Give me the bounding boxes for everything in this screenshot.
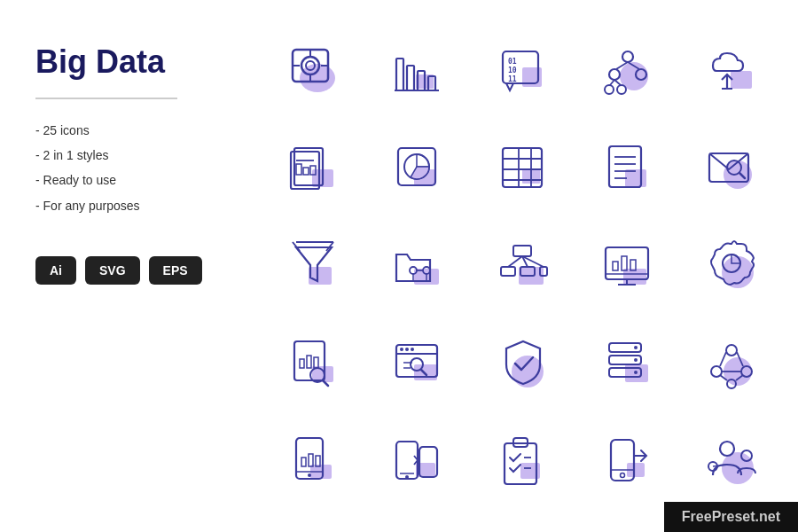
watermark-bar: FreePreset.net [664,502,798,532]
svg-line-119 [720,352,726,366]
svg-point-112 [634,358,638,362]
svg-line-76 [508,256,522,267]
svg-rect-30 [731,71,752,89]
svg-rect-10 [407,66,414,90]
feature-item: - 25 icons [35,121,213,140]
svg-point-113 [634,371,638,374]
svg-point-101 [411,348,414,351]
svg-rect-37 [296,164,301,175]
svg-point-111 [634,346,638,349]
svg-point-25 [617,85,626,94]
page-title: Big Data [35,44,213,80]
svg-marker-16 [506,83,513,90]
watermark-text: FreePreset.net [682,509,780,524]
icon-cell-1 [275,32,355,112]
icons-grid: 01 10 11 [248,0,798,532]
icon-cell-7 [379,129,458,208]
svg-rect-128 [309,454,313,466]
icon-cell-15 [692,226,771,306]
svg-point-136 [405,475,409,479]
svg-point-24 [605,85,614,94]
icon-cell-22 [379,420,458,500]
badge-eps: EPS [149,256,202,285]
icon-cell-18 [483,324,563,403]
svg-rect-92 [307,356,311,368]
svg-text:10: 10 [508,66,517,74]
icon-cell-6 [275,129,355,208]
icon-cell-16 [275,324,355,403]
svg-rect-38 [303,168,309,175]
svg-rect-60 [309,267,332,285]
svg-line-28 [610,80,614,85]
icon-cell-2 [379,32,458,112]
svg-rect-96 [414,364,437,380]
icon-cell-25 [692,420,771,500]
features-list: - 25 icons - 2 in 1 styles - Ready to us… [35,121,213,222]
svg-point-21 [622,51,633,62]
svg-point-130 [308,473,311,477]
feature-item: - 2 in 1 styles [35,145,213,165]
svg-rect-85 [622,256,627,270]
icon-cell-9 [588,129,668,208]
svg-text:01: 01 [508,58,517,66]
svg-point-115 [726,345,737,356]
badge-ai: Ai [35,256,76,285]
icon-cell-10 [692,129,771,208]
svg-rect-127 [301,458,306,466]
svg-point-145 [620,473,624,478]
svg-point-0 [300,64,335,92]
icon-cell-19 [588,324,668,403]
icon-cell-20 [692,324,771,403]
svg-point-100 [405,348,409,351]
icon-cell-23 [483,420,563,500]
icon-cell-4 [588,32,668,112]
svg-rect-72 [513,246,531,256]
icon-cell-12 [379,226,458,306]
icon-cell-11 [275,226,355,306]
feature-item: - For any purposes [35,196,213,215]
badge-group: Ai SVG EPS [35,256,213,285]
svg-rect-84 [613,262,618,270]
svg-rect-50 [625,169,646,187]
icon-cell-5 [692,32,771,112]
svg-point-99 [400,348,403,351]
icon-cell-13 [483,226,563,306]
svg-rect-9 [396,59,403,90]
feature-item: - Ready to use [35,170,213,190]
icon-cell-3: 01 10 11 [483,32,563,112]
badge-svg: SVG [85,256,140,285]
icon-cell-21 [275,420,355,500]
icon-cell-14 [588,226,668,306]
svg-line-29 [614,80,621,85]
icon-cell-17 [379,324,458,403]
left-panel: Big Data - 25 icons - 2 in 1 styles - Re… [0,0,248,532]
icon-cell-24 [588,420,668,500]
svg-rect-91 [300,359,304,368]
svg-text:11: 11 [508,75,517,83]
divider [35,98,177,99]
svg-point-22 [609,69,620,80]
svg-point-148 [720,442,734,456]
icon-cell-8 [483,129,563,208]
svg-rect-73 [501,267,515,276]
